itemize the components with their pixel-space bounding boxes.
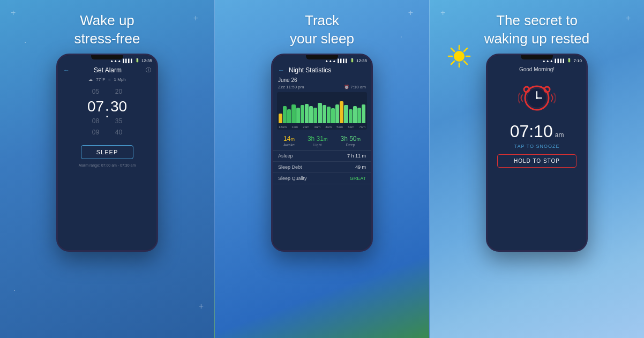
chart-bar xyxy=(279,114,282,123)
hour-below2: 09 xyxy=(92,127,99,139)
sleep-start-time: Zzz 11:59 pm xyxy=(278,85,304,89)
chart-x-label: 6am xyxy=(348,125,354,129)
chart-bar xyxy=(327,107,331,123)
chart-bar xyxy=(353,106,357,123)
debt-label: Sleep Debt xyxy=(278,164,302,170)
metric-light-value: 3h 31m xyxy=(308,135,328,142)
phone-3: ▲▲▲ ▌▌▌▌ 🔋 7:10 Good Morning! xyxy=(486,54,588,252)
chart-bar xyxy=(283,106,287,123)
metric-light: 3h 31m Light xyxy=(308,135,328,147)
chart-x-label: 4am xyxy=(325,125,332,129)
back-arrow-1[interactable]: ← xyxy=(63,66,70,74)
metric-awake: 14m Awake xyxy=(283,135,295,147)
minute-active: 30 xyxy=(110,97,127,116)
info-icon-1[interactable]: ⓘ xyxy=(146,66,151,74)
weather-temp: 77°F xyxy=(96,77,105,82)
deco-plus-9: + xyxy=(626,13,631,23)
alarm-clock-small: ⏰ xyxy=(344,85,349,89)
wind-speed: 1 Mph xyxy=(114,77,126,82)
alarm-range: Alarm range: 07:00 am - 07:30 am xyxy=(58,163,156,167)
deco-plus-5: + xyxy=(199,302,204,311)
status-time-2: 12:35 xyxy=(356,58,367,63)
stats-row-debt: Sleep Debt 49 m xyxy=(273,162,371,173)
status-bar-1: ▲▲▲ ▌▌▌▌ 🔋 12:35 xyxy=(58,55,156,64)
morning-time-ampm: am xyxy=(555,131,564,139)
stats-header: ← Night Statistics xyxy=(273,64,371,76)
deco-plus-3: · xyxy=(24,37,26,47)
sun-decoration xyxy=(446,43,473,70)
wifi-icon-2: ▲▲▲ xyxy=(325,59,336,63)
panel-wake-up: + + · · + Wake up stress-free ▲▲▲ ▌▌▌▌ 🔋… xyxy=(0,0,214,338)
chart-bar xyxy=(335,104,339,123)
wake-time: ⏰ 7:10 am xyxy=(344,85,366,89)
stats-time-row: Zzz 11:59 pm ⏰ 7:10 am xyxy=(273,84,371,90)
panel2-content: Track your sleep ▲▲▲ ▌▌▌▌ 🔋 12:35 ← Nigh… xyxy=(215,0,429,338)
panel-track-sleep: + · Track your sleep ▲▲▲ ▌▌▌▌ 🔋 12:35 ← … xyxy=(214,0,430,338)
svg-line-6 xyxy=(464,48,467,51)
signal-icon-2: ▌▌▌▌ xyxy=(338,59,348,63)
chart-bar xyxy=(323,105,326,123)
stats-title: Night Statistics xyxy=(289,66,331,74)
chart-bar xyxy=(357,108,361,123)
minute-below: 35 xyxy=(115,116,122,127)
tap-snooze[interactable]: TAP TO SNOOZE xyxy=(488,144,586,149)
wind-icon: ≈ xyxy=(108,77,110,82)
metric-deep-label: Deep xyxy=(340,143,361,147)
status-time-3: 7:10 xyxy=(573,58,582,63)
signal-icon-1: ▌▌▌▌ xyxy=(123,59,133,63)
metric-awake-value: 14m xyxy=(283,135,295,142)
alarm-title: Set Alarm xyxy=(70,66,146,74)
chart-bar xyxy=(296,108,300,123)
chart-bar xyxy=(309,106,313,123)
panel2-title: Track your sleep xyxy=(290,12,354,48)
morning-time-display: 07:10 xyxy=(510,122,553,141)
chart-x-label: 7am xyxy=(359,125,365,129)
status-bar-3: ▲▲▲ ▌▌▌▌ 🔋 7:10 xyxy=(488,55,586,64)
chart-bar xyxy=(291,104,295,123)
svg-point-16 xyxy=(544,87,550,92)
back-arrow-2[interactable]: ← xyxy=(278,66,284,74)
metric-deep: 3h 50m Deep xyxy=(340,135,361,147)
stats-date: June 26 xyxy=(273,76,371,84)
svg-line-4 xyxy=(451,48,454,51)
chart-bar xyxy=(340,101,343,123)
chart-x-labels: 12am1am2am3am4am5am6am7am xyxy=(279,125,365,129)
stats-row-asleep: Asleep 7 h 11 m xyxy=(273,151,371,162)
hour-below: 08 xyxy=(92,116,99,127)
signal-icon-3: ▌▌▌▌ xyxy=(555,59,566,63)
deco-plus-4: · xyxy=(13,286,16,295)
alarm-header: ← Set Alarm ⓘ xyxy=(58,64,156,76)
quality-label: Sleep Quality xyxy=(278,176,307,181)
deco-plus-1: + xyxy=(11,8,16,18)
alarm-weather: ☁ 77°F ≈ 1 Mph xyxy=(58,76,156,84)
chart-x-label: 5am xyxy=(336,125,343,129)
cloud-icon: ☁ xyxy=(88,77,93,82)
minute-below2: 40 xyxy=(115,127,122,139)
sleep-chart: 12am1am2am3am4am5am6am7am xyxy=(277,92,367,130)
deco-plus-2: + xyxy=(193,13,198,23)
svg-point-15 xyxy=(524,87,529,92)
metric-deep-value: 3h 50m xyxy=(340,135,361,142)
sleep-button[interactable]: SLEEP xyxy=(81,145,133,159)
time-picker: 05 07 08 09 : 20 30 35 40 xyxy=(58,84,156,141)
minute-above: 20 xyxy=(115,86,122,98)
debt-value: 49 m xyxy=(355,164,366,170)
stats-metrics: 14m Awake 3h 31m Light 3h 50m xyxy=(273,132,371,151)
hours-column: 05 07 08 09 xyxy=(87,86,104,139)
svg-line-5 xyxy=(464,61,467,64)
asleep-label: Asleep xyxy=(278,153,293,159)
chart-bar xyxy=(305,104,309,123)
quality-value: GREAT xyxy=(350,176,366,181)
svg-line-7 xyxy=(451,61,454,64)
chart-bar xyxy=(301,105,304,123)
battery-icon-1: 🔋 xyxy=(135,58,140,63)
status-time-1: 12:35 xyxy=(141,58,152,63)
phone-1: ▲▲▲ ▌▌▌▌ 🔋 12:35 ← Set Alarm ⓘ ☁ 77°F ≈ … xyxy=(56,54,158,252)
battery-icon-2: 🔋 xyxy=(350,58,355,63)
chart-x-label: 2am xyxy=(303,125,309,129)
deco-plus-8: + xyxy=(440,8,445,18)
chart-bar xyxy=(318,103,321,123)
hold-to-stop-button[interactable]: HOLD TO STOP xyxy=(497,154,576,168)
chart-bar xyxy=(362,104,365,123)
minutes-column: 20 30 35 40 xyxy=(110,86,127,139)
